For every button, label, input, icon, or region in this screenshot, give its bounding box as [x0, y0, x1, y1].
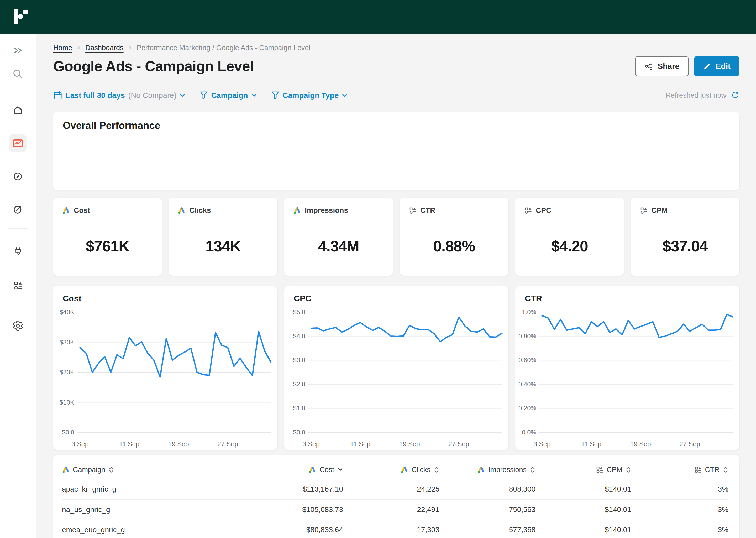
svg-text:19 Sep: 19 Sep — [168, 440, 189, 448]
custom-metric-icon — [409, 206, 417, 214]
google-ads-icon — [62, 466, 70, 474]
breadcrumb-current: Performance Marketing / Google Ads - Cam… — [137, 44, 310, 52]
table-row[interactable]: apac_kr_gnric_g$113,167.1024,225808,300$… — [62, 479, 729, 499]
google-ads-icon — [62, 206, 70, 214]
kpi-label: Cost — [74, 206, 90, 215]
svg-text:0.80%: 0.80% — [518, 333, 536, 340]
table-row[interactable]: na_us_gnric_g$105,083.7322,491750,563$14… — [62, 500, 729, 519]
google-ads-icon — [401, 466, 408, 474]
sidebar-divider — [8, 305, 28, 305]
gauge-arrow-icon — [12, 204, 24, 215]
funnel-icon — [271, 91, 279, 100]
kpi-value: $37.04 — [631, 237, 739, 255]
calendar-icon — [53, 91, 62, 100]
chart-card-cost: Cost$40K$30K$20K$10K$0.03 Sep11 Sep19 Se… — [53, 286, 277, 450]
funnel-icon — [200, 91, 208, 100]
column-header-clicks[interactable]: Clicks — [343, 466, 440, 474]
column-header-campaign[interactable]: Campaign — [62, 466, 246, 474]
svg-text:0.0%: 0.0% — [522, 429, 536, 436]
sidebar-item-connectors[interactable] — [9, 242, 27, 260]
sidebar — [0, 34, 36, 538]
search-icon — [12, 69, 24, 80]
metric-cell: $105,083.73 — [246, 506, 343, 514]
pencil-icon — [703, 62, 711, 71]
sort-desc-icon — [337, 467, 343, 472]
topbar — [0, 0, 756, 34]
chart-title: CTR — [525, 294, 542, 303]
sidebar-item-home[interactable] — [9, 101, 27, 119]
plug-icon — [12, 245, 24, 257]
svg-text:$2.0: $2.0 — [293, 381, 305, 388]
kpi-card-cpm: CPM$37.04 — [631, 198, 739, 276]
metric-cell: $140.01 — [536, 526, 631, 534]
sidebar-collapse-button[interactable] — [9, 41, 27, 59]
svg-text:$10K: $10K — [60, 399, 74, 406]
sidebar-item-settings[interactable] — [9, 317, 27, 335]
google-ads-icon — [178, 206, 186, 214]
sidebar-item-dashboards[interactable] — [9, 134, 27, 152]
metric-cell: 22,491 — [343, 506, 440, 514]
svg-text:$4.0: $4.0 — [293, 333, 305, 340]
line-chart: $40K$30K$20K$10K$0.03 Sep11 Sep19 Sep27 … — [53, 286, 277, 450]
section-title: Overall Performance — [63, 120, 730, 131]
breadcrumb: Home › Dashboards › Performance Marketin… — [53, 44, 739, 52]
share-button[interactable]: Share — [635, 56, 689, 76]
kpi-label: Impressions — [305, 206, 348, 215]
chart-title: CPC — [294, 294, 311, 303]
chevron-down-icon — [342, 93, 347, 97]
svg-text:3 Sep: 3 Sep — [71, 440, 88, 448]
metric-cell: $140.01 — [536, 485, 631, 493]
table-header-row: CampaignCostClicksImpressionsCPMCTR — [62, 463, 729, 476]
kpi-label: CPC — [536, 206, 551, 215]
svg-text:0.20%: 0.20% — [518, 404, 536, 412]
campaign-filter[interactable]: Campaign — [200, 91, 257, 100]
svg-text:19 Sep: 19 Sep — [630, 440, 651, 448]
sidebar-item-goals[interactable] — [9, 200, 27, 218]
metric-cell: $80,833.64 — [246, 526, 343, 534]
kpi-value: 4.34M — [284, 237, 393, 255]
metric-cell: 3% — [631, 485, 729, 493]
kpi-value: $4.20 — [515, 237, 624, 255]
sidebar-item-explore[interactable] — [9, 168, 27, 186]
home-icon — [12, 105, 24, 116]
campaign-type-filter[interactable]: Campaign Type — [271, 91, 348, 100]
kpi-card-impressions: Impressions4.34M — [284, 198, 393, 276]
sidebar-search-button[interactable] — [9, 65, 27, 83]
sidebar-item-custom-metrics[interactable] — [9, 276, 27, 294]
double-chevron-right-icon — [13, 45, 23, 56]
share-icon — [644, 62, 653, 71]
table-row[interactable]: emea_euo_gnric_g$80,833.6417,303577,358$… — [62, 520, 729, 538]
line-chart: 1.0%0.80%0.60%0.40%0.20%0.0%3 Sep11 Sep1… — [515, 286, 739, 450]
sidebar-divider — [8, 228, 28, 229]
svg-text:11 Sep: 11 Sep — [581, 440, 601, 448]
kpi-card-cost: Cost$761K — [53, 198, 162, 276]
kpi-label: Clicks — [189, 206, 211, 215]
breadcrumb-home-link[interactable]: Home — [53, 44, 72, 52]
column-header-cost[interactable]: Cost — [246, 466, 343, 474]
chevron-down-icon — [180, 93, 185, 97]
svg-text:0.40%: 0.40% — [518, 381, 536, 388]
funnel-logo[interactable] — [14, 10, 28, 24]
refresh-icon[interactable] — [731, 91, 739, 100]
svg-text:$20K: $20K — [60, 369, 74, 376]
column-header-cpm[interactable]: CPM — [536, 466, 631, 474]
edit-button[interactable]: Edit — [694, 56, 739, 76]
svg-text:11 Sep: 11 Sep — [119, 440, 139, 448]
column-header-ctr[interactable]: CTR — [631, 466, 729, 474]
column-header-impressions[interactable]: Impressions — [440, 466, 536, 474]
main-content: Home › Dashboards › Performance Marketin… — [36, 34, 756, 538]
breadcrumb-dashboards-link[interactable]: Dashboards — [85, 44, 124, 52]
metric-cell: 750,563 — [440, 506, 536, 514]
date-range-filter[interactable]: Last full 30 days (No Compare) — [53, 91, 185, 100]
custom-metric-icon — [595, 466, 603, 474]
svg-text:$40K: $40K — [60, 308, 74, 315]
svg-text:3 Sep: 3 Sep — [303, 440, 319, 448]
svg-text:1.0%: 1.0% — [522, 308, 536, 315]
svg-text:27 Sep: 27 Sep — [449, 440, 469, 448]
sort-icon — [723, 466, 729, 473]
kpi-row: Cost$761KClicks134KImpressions4.34MCTR0.… — [53, 198, 739, 276]
metric-cell: 808,300 — [440, 485, 536, 493]
chart-title: Cost — [63, 294, 81, 303]
charts-row: Cost$40K$30K$20K$10K$0.03 Sep11 Sep19 Se… — [53, 286, 739, 450]
page-title: Google Ads - Campaign Level — [53, 58, 254, 75]
